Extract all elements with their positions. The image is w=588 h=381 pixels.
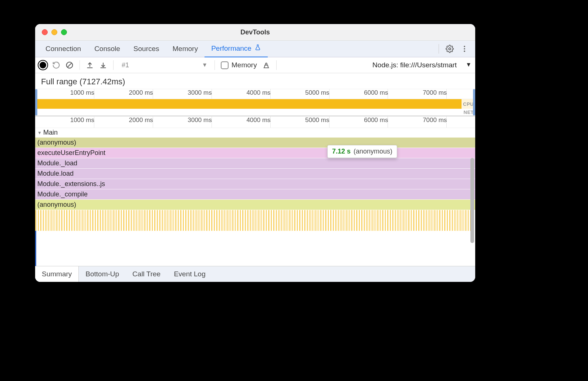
separator xyxy=(80,60,80,70)
ruler-tick-label: 7000 ms xyxy=(413,117,447,124)
load-profile-button[interactable] xyxy=(86,61,94,69)
memory-checkbox-label: Memory xyxy=(232,61,257,69)
record-button[interactable] xyxy=(39,61,47,69)
disclosure-triangle-icon: ▼ xyxy=(37,130,42,135)
overview-net-track[interactable]: NET xyxy=(35,109,475,115)
svg-point-3 xyxy=(464,51,465,52)
track-label: Main xyxy=(43,129,58,136)
collect-garbage-button[interactable] xyxy=(262,61,270,69)
svg-point-2 xyxy=(464,48,465,50)
tab-memory[interactable]: Memory xyxy=(166,41,205,57)
overview-ruler[interactable]: 1000 ms2000 ms3000 ms4000 ms5000 ms6000 … xyxy=(35,89,475,99)
flame-frame-label: executeUserEntryPoint xyxy=(35,149,105,157)
ruler-tick-label: 4000 ms xyxy=(237,117,271,124)
ruler-tick-label: 6000 ms xyxy=(354,117,388,124)
target-selector-value: Node.js: file:///Users/stmart xyxy=(372,61,457,69)
flame-dense-frames[interactable] xyxy=(35,210,475,231)
tab-bottom-up[interactable]: Bottom-Up xyxy=(79,266,126,282)
flame-frame[interactable]: Module.load xyxy=(35,168,475,179)
separator xyxy=(214,60,215,70)
svg-point-1 xyxy=(464,46,465,47)
tab-label: Event Log xyxy=(174,270,206,278)
ruler-tick-label: 4000 ms xyxy=(237,89,271,97)
tab-label: Bottom-Up xyxy=(85,270,119,278)
recording-selector-value: #1 xyxy=(122,61,129,69)
flame-ruler[interactable]: 1000 ms2000 ms3000 ms4000 ms5000 ms6000 … xyxy=(35,117,475,128)
clear-button[interactable] xyxy=(65,61,74,69)
tab-label: Memory xyxy=(173,45,198,53)
tab-label: Console xyxy=(94,45,120,53)
flame-frame[interactable]: executeUserEntryPoint xyxy=(35,148,475,158)
save-profile-button[interactable] xyxy=(99,61,107,69)
tab-console[interactable]: Console xyxy=(88,41,127,57)
overview-left-handle[interactable] xyxy=(35,89,37,115)
ruler-tick-label: 1000 ms xyxy=(60,89,94,97)
minimize-window-button[interactable] xyxy=(51,29,57,35)
svg-point-0 xyxy=(449,48,451,50)
recording-selector[interactable]: #1 ▾ xyxy=(119,60,209,70)
flame-frame[interactable]: Module._compile xyxy=(35,189,475,199)
window-controls xyxy=(35,29,67,35)
ruler-tick-label: 7000 ms xyxy=(413,89,447,97)
tab-label: Connection xyxy=(45,45,81,53)
tab-label: Performance xyxy=(211,44,251,53)
overview-right-handle[interactable] xyxy=(473,89,475,115)
flame-frame[interactable]: Module._load xyxy=(35,158,475,168)
details-tabs: Summary Bottom-Up Call Tree Event Log xyxy=(35,266,475,282)
flame-chart[interactable]: 1000 ms2000 ms3000 ms4000 ms5000 ms6000 … xyxy=(35,117,475,266)
vertical-scrollbar[interactable] xyxy=(470,158,474,247)
overview-panel[interactable]: 1000 ms2000 ms3000 ms4000 ms5000 ms6000 … xyxy=(35,89,475,117)
tab-performance[interactable]: Performance xyxy=(205,40,268,58)
flame-frame-label: Module.load xyxy=(35,170,74,178)
ruler-tick: 7000 ms xyxy=(446,117,475,128)
target-selector[interactable]: Node.js: file:///Users/stmart ▼ xyxy=(372,61,472,69)
flame-frame-label: Module._load xyxy=(35,159,77,167)
tab-label: Summary xyxy=(42,270,72,278)
track-header-main[interactable]: ▼ Main xyxy=(35,128,475,137)
window-titlebar: DevTools xyxy=(35,24,475,41)
flame-frame-label: (anonymous) xyxy=(35,201,76,209)
tab-sources[interactable]: Sources xyxy=(127,41,166,57)
flame-frame[interactable]: (anonymous) xyxy=(35,199,475,210)
kebab-menu-button[interactable] xyxy=(460,45,469,53)
ruler-tick-label: 2000 ms xyxy=(119,89,153,97)
ruler-tick-label: 1000 ms xyxy=(60,117,94,124)
flame-frame-label: Module._extensions..js xyxy=(35,180,105,188)
chevron-down-icon: ▼ xyxy=(466,61,472,68)
zoom-window-button[interactable] xyxy=(61,29,67,35)
tab-summary[interactable]: Summary xyxy=(35,266,79,282)
flame-tooltip: 7.12 s (anonymous) xyxy=(327,145,397,158)
performance-toolbar: #1 ▾ Memory Node.js: file:///Users/stmar… xyxy=(35,57,475,73)
flame-frame-label: Module._compile xyxy=(35,190,88,198)
checkbox-icon xyxy=(221,61,229,69)
tab-event-log[interactable]: Event Log xyxy=(167,266,212,282)
ruler-tick: 7000 ms xyxy=(446,89,475,99)
ruler-tick-label: 3000 ms xyxy=(178,89,212,97)
flame-frame[interactable]: Module._extensions..js xyxy=(35,179,475,189)
experiment-icon xyxy=(254,44,261,53)
range-label: Full range (7127.42ms) xyxy=(35,73,475,89)
ruler-tick-label: 5000 ms xyxy=(295,117,330,124)
tab-label: Call Tree xyxy=(132,270,160,278)
tab-call-tree[interactable]: Call Tree xyxy=(126,266,167,282)
tooltip-frame-name: (anonymous) xyxy=(354,148,392,155)
ruler-tick-label: 2000 ms xyxy=(119,117,153,124)
close-window-button[interactable] xyxy=(42,29,48,35)
tab-label: Sources xyxy=(134,45,159,53)
scrollbar-thumb[interactable] xyxy=(470,158,474,243)
settings-button[interactable] xyxy=(446,45,454,53)
flame-frame[interactable]: (anonymous) xyxy=(35,137,475,148)
ruler-tick-label: 3000 ms xyxy=(178,117,212,124)
panel-tabs: Connection Console Sources Memory Perfor… xyxy=(35,41,475,57)
tab-connection[interactable]: Connection xyxy=(39,41,88,57)
tooltip-duration: 7.12 s xyxy=(332,148,351,155)
flame-frame-label: (anonymous) xyxy=(35,139,76,146)
reload-record-button[interactable] xyxy=(52,61,60,69)
chevron-down-icon: ▾ xyxy=(203,61,206,69)
separator xyxy=(113,60,114,70)
overview-cpu-track[interactable]: CPU xyxy=(35,99,475,109)
ruler-tick-label: 6000 ms xyxy=(354,89,388,97)
memory-checkbox[interactable]: Memory xyxy=(221,61,257,69)
window-title: DevTools xyxy=(35,28,475,36)
separator xyxy=(439,44,439,54)
